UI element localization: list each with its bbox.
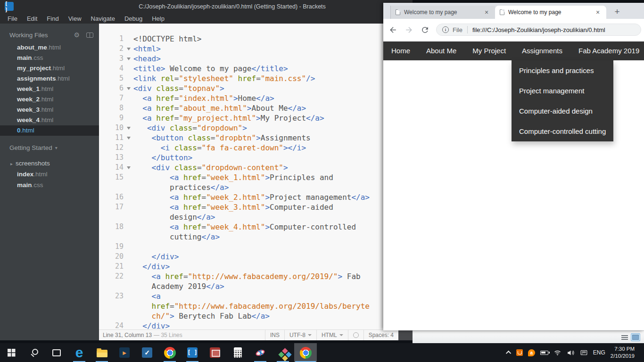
indent-setting[interactable]: Spaces: 4 [363,330,398,340]
fold-gutter [124,281,133,291]
working-file-week-2-html[interactable]: week_2.html [0,94,99,105]
new-tab-button[interactable]: + [611,6,623,18]
brackets-taskbar-icon[interactable]: [ ] [181,343,204,362]
todo-taskbar-icon[interactable]: ✓ [136,343,158,362]
volume-icon[interactable] [567,349,575,357]
code-line: 1<!DOCTYPE html> [99,34,398,44]
details-view-icon[interactable] [621,335,628,340]
back-button[interactable] [386,23,399,36]
fold-arrow-icon[interactable] [124,54,133,64]
working-files-list: about_me.htmlmain.cssmy_project.htmlassi… [0,42,99,136]
fold-arrow-icon[interactable] [124,123,133,133]
thumbnail-view-icon[interactable] [631,333,640,341]
fold-arrow-icon[interactable] [124,163,133,173]
working-file-week-1-html[interactable]: week_1.html [0,84,99,94]
line-number: 7 [99,93,124,103]
avast-tray-icon[interactable]: a [528,349,535,356]
working-file-about-me-html[interactable]: about_me.html [0,42,99,53]
nav-item-about-me[interactable]: About Me [418,41,464,60]
calculator-taskbar-icon[interactable] [226,343,249,362]
tree-folder-screenshots[interactable]: ▸screenshots [0,158,99,169]
code-text: <a href="week_4.html">Computer-controlle… [133,222,356,232]
language-indicator[interactable]: ENG [593,349,605,356]
tree-file-index-html[interactable]: index.html [0,169,99,180]
menu-find[interactable]: Find [47,15,58,22]
close-tab-icon[interactable]: × [594,8,602,16]
design-taskbar-icon[interactable] [272,343,294,362]
language-selector[interactable]: HTML [316,330,348,340]
working-file-assignments-html[interactable]: assignments.html [0,74,99,84]
browser-tab-2[interactable]: Welcome to my page× [495,6,606,19]
forward-button[interactable] [402,23,415,36]
project-tree: ▸screenshotsindex.htmlmain.css [0,158,99,190]
dropdown-item-project-management[interactable]: Project management [512,81,613,101]
snipping-icon [255,348,266,357]
chrome-taskbar-icon[interactable] [158,343,181,362]
search-taskbar-icon[interactable] [23,343,45,362]
dropdown-item-computer-controlled-cutting[interactable]: Computer-controlled cutting [512,121,613,141]
task-view-taskbar-icon[interactable] [45,343,68,362]
movies-taskbar-icon[interactable]: ▶ [113,343,136,362]
browser-tab-1[interactable]: Welcome to my page× [390,6,495,19]
dropdown-item-principles-and-practices[interactable]: Principles and practices [512,60,613,81]
menu-file[interactable]: File [8,15,17,22]
fold-arrow-icon[interactable] [124,83,133,93]
pictures-taskbar-icon[interactable] [204,343,226,362]
chrome-icon [300,347,312,359]
overwrite-indicator[interactable]: INS [265,330,284,340]
edge-taskbar-icon[interactable]: e [68,343,91,362]
close-tab-icon[interactable]: × [483,8,490,16]
line-number: 23 [99,291,124,301]
menu-edit[interactable]: Edit [27,15,37,22]
info-icon[interactable]: i [442,26,449,33]
project-dropdown[interactable]: Getting Started ▾ [9,144,99,151]
code-editor[interactable]: 1<!DOCTYPE html>2<html>3<head>4<title> W… [99,24,398,329]
working-files-header: Working Files ⚙ [9,31,93,39]
working-file-week-3-html[interactable]: week_3.html [0,105,99,115]
working-file-week-4-html[interactable]: week_4.html [0,115,99,125]
fold-gutter [124,242,133,252]
snipping-taskbar-icon[interactable] [249,343,272,362]
fold-arrow-icon[interactable] [124,133,133,143]
start-taskbar-icon[interactable] [0,343,23,362]
code-line: 8 <a href="about_me.html">About Me</a> [99,103,398,113]
gear-icon[interactable]: ⚙ [74,31,80,39]
menu-view[interactable]: View [68,15,82,22]
encoding-selector[interactable]: UTF-8 [284,330,316,340]
menu-help[interactable]: Help [152,15,165,22]
working-file-main-css[interactable]: main.css [0,53,99,63]
touch-keyboard-icon[interactable] [580,349,588,357]
line-number: 24 [99,321,124,329]
dropdown-item-computer-aided-design[interactable]: Computer-aided design [512,101,613,121]
code-line: design</a> [99,212,398,222]
reload-button[interactable] [418,23,431,36]
working-file-0-html[interactable]: 0.html [0,125,99,136]
nav-item-home[interactable]: Home [383,41,418,60]
tree-file-main-css[interactable]: main.css [0,180,99,190]
clock[interactable]: 7:30 PM 2/10/2019 [611,346,635,360]
line-number: 6 [99,83,124,93]
chrome-icon [164,347,176,359]
explorer-taskbar-icon[interactable] [91,343,113,362]
nav-item-my-project[interactable]: My Project [464,41,514,60]
tray-expand-icon[interactable] [506,351,511,356]
nav-item-assignments[interactable]: Assignments [514,41,570,60]
java-tray-icon[interactable] [516,349,523,356]
wifi-icon[interactable] [553,349,561,357]
split-view-icon[interactable] [86,33,93,38]
code-line: 23 <a [99,291,398,301]
address-bar[interactable]: i File file:///C:/Joseph-Zoulikian/josep… [436,24,641,36]
code-line: 24 </div> [99,321,398,329]
chrome-taskbar-icon[interactable] [294,343,317,362]
line-number: 20 [99,252,124,262]
menu-navigate[interactable]: Navigate [91,15,115,22]
start-icon [8,349,16,357]
fold-arrow-icon[interactable] [124,44,133,54]
battery-icon[interactable] [540,351,548,355]
lint-status[interactable] [348,330,363,340]
fold-gutter [124,272,133,281]
working-file-my-project-html[interactable]: my_project.html [0,63,99,74]
code-line: 2<html> [99,44,398,54]
menu-debug[interactable]: Debug [124,15,142,22]
nav-item-fab-academy-2019[interactable]: Fab Academy 2019 [570,41,644,60]
